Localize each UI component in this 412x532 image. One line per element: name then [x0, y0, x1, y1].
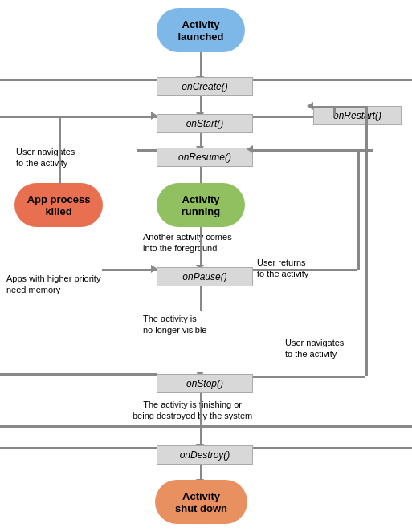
onstart-label: onStart()	[186, 118, 224, 129]
onstop-box: onStop()	[157, 374, 253, 393]
hbar-oncreate-left	[0, 79, 157, 81]
hbar-onstop-right	[253, 376, 365, 378]
user-navigates2-label: User navigatesto the activity	[285, 337, 344, 360]
ondestroy-label: onDestroy()	[180, 449, 230, 461]
activity-launched-label: Activitylaunched	[177, 18, 223, 43]
lifecycle-diagram: Activitylaunched onCreate() onStart() on…	[0, 0, 412, 532]
arrow-to-onpause-left	[151, 265, 157, 273]
vbar-running-pause	[200, 227, 202, 267]
activity-shutdown-node: Activityshut down	[155, 480, 247, 524]
hbar-oncreate-right	[253, 79, 412, 81]
vbar-pause-down	[200, 286, 202, 311]
hbar-ondestroy-left	[0, 447, 157, 449]
hbar-onpause-left	[102, 269, 157, 271]
ondestroy-box: onDestroy()	[157, 445, 253, 465]
hbar-to-onrestart	[313, 106, 365, 108]
vbar-navigate2-up	[365, 106, 368, 376]
hbar-onpause-right	[253, 269, 357, 271]
onpause-box: onPause()	[157, 267, 253, 286]
activity-running-label: Activityrunning	[182, 193, 220, 217]
vbar-destroy-shutdown	[200, 465, 202, 481]
arrow-appkilled-to-onstart	[151, 112, 157, 120]
apps-priority-text: Apps with higher priorityneed memory	[6, 274, 100, 294]
activity-running-node: Activityrunning	[157, 183, 245, 227]
activity-finishing-text: The activity is finishing orbeing destro…	[133, 400, 252, 420]
oncreate-box: onCreate()	[157, 77, 253, 96]
hbar-onstop-left	[0, 373, 157, 376]
activity-launched-node: Activitylaunched	[157, 8, 245, 52]
vbar-onrestart-down	[333, 106, 336, 116]
vbar-userreturns-up	[357, 149, 360, 270]
onstop-label: onStop()	[186, 378, 223, 389]
another-activity-label: Another activity comesinto the foregroun…	[143, 231, 232, 254]
vbar-launch	[200, 52, 202, 78]
activity-finishing-label: The activity is finishing orbeing destro…	[133, 399, 252, 422]
vbar-create-start	[200, 96, 202, 114]
vbar-appkilled-up	[59, 116, 61, 184]
app-process-killed-label: App processkilled	[27, 193, 91, 217]
activity-shutdown-label: Activityshut down	[175, 490, 227, 514]
onresume-label: onResume()	[178, 152, 231, 163]
hbar-onresume-left	[137, 149, 157, 152]
activity-nolonger-label: The activity isno longer visible	[143, 313, 207, 336]
hbar-finishing	[0, 425, 412, 428]
onrestart-label: onRestart()	[333, 110, 381, 121]
app-process-killed-node: App processkilled	[14, 183, 103, 227]
arrow-userreturns-to-resume	[247, 145, 253, 153]
oncreate-label: onCreate()	[182, 81, 227, 92]
user-navigates2-text: User navigatesto the activity	[285, 338, 344, 359]
user-navigates-label: User navigatesto the activity	[16, 146, 75, 169]
hbar-appkilled-to-onstart	[59, 116, 157, 118]
apps-priority-label: Apps with higher priorityneed memory	[6, 273, 100, 296]
vbar-stop-destroy	[200, 393, 202, 445]
onrestart-box: onRestart()	[313, 106, 402, 125]
user-navigates-text: User navigatesto the activity	[16, 147, 75, 168]
arrow-to-onrestart	[307, 102, 313, 110]
hbar-ondestroy-right	[253, 447, 412, 449]
hbar-userreturns-connect	[253, 149, 357, 152]
vbar-resume-running	[200, 167, 202, 185]
activity-nolonger-text: The activity isno longer visible	[143, 314, 207, 335]
onstart-box: onStart()	[157, 114, 253, 133]
onresume-box: onResume()	[157, 148, 253, 167]
onpause-label: onPause()	[182, 271, 226, 282]
another-activity-text: Another activity comesinto the foregroun…	[143, 232, 232, 253]
